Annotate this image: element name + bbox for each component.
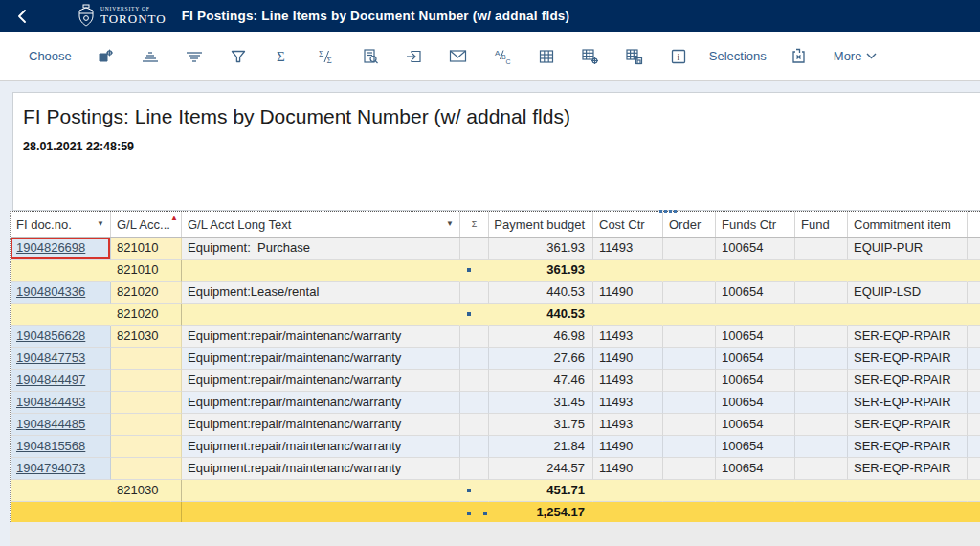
back-icon[interactable] — [13, 8, 31, 25]
column-header-sigma[interactable]: Σ — [460, 212, 489, 237]
cell-fi-doc: 1904847753 — [11, 348, 111, 370]
fi-doc-link[interactable]: 1904844497 — [16, 373, 85, 387]
column-header-gl-acc[interactable]: G/L Acc...▲ — [111, 212, 182, 237]
fi-doc-link[interactable]: 1904844493 — [16, 395, 85, 409]
column-header-funds-ctr[interactable]: Funds Ctr — [716, 212, 795, 237]
svg-text:Σ: Σ — [277, 49, 285, 64]
fi-doc-link[interactable]: 1904794073 — [16, 461, 85, 475]
change-layout-icon[interactable] — [581, 47, 600, 66]
cell-commitment: SER-EQP-RPAIR — [848, 436, 968, 458]
table-header-row: FI doc.no.▼G/L Acc...▲G/L Acct Long Text… — [11, 212, 980, 238]
spreadsheet-icon[interactable] — [537, 47, 556, 66]
column-header-fund[interactable]: Fund — [795, 212, 848, 237]
subtotals-icon[interactable]: Σ Σ — [317, 47, 336, 66]
cell-payment-budget: 440.53 — [489, 282, 593, 304]
report-header-card: FI Postings: Line Items by Document Numb… — [12, 92, 980, 211]
cell-gl-acc: 821010 — [111, 238, 182, 260]
email-icon[interactable] — [449, 47, 468, 66]
cell-long-text: Equipment:repair/maintenanc/warranty — [182, 326, 460, 348]
report-title: FI Postings: Line Items by Document Numb… — [23, 105, 980, 128]
column-header-long-text[interactable]: G/L Acct Long Text▼ — [182, 212, 460, 237]
svg-text:i: i — [677, 52, 679, 62]
cell-cost-ctr: 11490 — [593, 458, 663, 480]
cell-order — [663, 502, 716, 524]
cell-fund — [795, 282, 848, 304]
column-header-payment-budget[interactable]: Payment budget — [489, 212, 593, 237]
cell-order — [663, 458, 716, 480]
cell-gl-acc — [111, 414, 182, 436]
cell-filler — [968, 238, 980, 260]
column-label: Order — [669, 217, 701, 232]
cell-filler — [968, 370, 980, 392]
table-row: 1904804336821020Equipment:Lease/rental44… — [11, 282, 980, 304]
cell-funds-ctr — [716, 304, 795, 326]
sort-descending-indicator-icon: ▼ — [97, 220, 104, 228]
sort-ascending-icon[interactable] — [141, 47, 160, 66]
sort-descending-icon[interactable] — [185, 47, 204, 66]
column-header-commitment[interactable]: Commitment item — [848, 212, 968, 237]
print-preview-icon[interactable] — [361, 47, 380, 66]
cell-funds-ctr: 100654 — [716, 282, 795, 304]
cell-fi-doc: 1904844485 — [11, 414, 111, 436]
filter-icon[interactable] — [229, 47, 248, 66]
cell-long-text — [182, 260, 460, 282]
cell-sigma — [460, 480, 489, 502]
views-icon[interactable] — [405, 47, 424, 66]
cell-payment-budget: 47.46 — [489, 370, 593, 392]
cell-cost-ctr: 11490 — [593, 348, 663, 370]
cell-fi-doc: 1904804336 — [11, 282, 111, 304]
cell-long-text — [182, 304, 460, 326]
cell-sigma — [460, 326, 489, 348]
cell-sigma — [460, 458, 489, 480]
column-header-order[interactable]: Order — [663, 212, 716, 237]
fi-doc-link[interactable]: 1904826698 — [16, 240, 85, 255]
save-layout-icon[interactable] — [625, 47, 644, 66]
svg-text:Σ: Σ — [319, 49, 323, 58]
cell-commitment — [848, 480, 968, 502]
fi-doc-link[interactable]: 1904804336 — [16, 284, 85, 299]
cell-cost-ctr: 11490 — [593, 436, 663, 458]
choose-button[interactable]: Choose — [29, 49, 72, 63]
fi-doc-link[interactable]: 1904856628 — [16, 329, 85, 343]
grandtotal-row: 1,254.17 — [11, 502, 980, 524]
grid-filler-area — [10, 522, 980, 546]
cell-commitment — [848, 502, 968, 524]
cell-funds-ctr: 100654 — [716, 392, 795, 414]
cell-filler — [968, 414, 980, 436]
alv-grid: FI doc.no.▼G/L Acc...▲G/L Acct Long Text… — [10, 211, 980, 524]
info-icon[interactable]: i — [669, 47, 688, 66]
more-button[interactable]: More — [834, 49, 878, 63]
cell-filler — [968, 458, 980, 480]
abc-analysis-icon[interactable]: A B C — [493, 47, 512, 66]
column-header-cost-ctr[interactable]: Cost Ctr — [593, 212, 663, 237]
fi-doc-link[interactable]: 1904844485 — [16, 417, 85, 431]
fi-doc-link[interactable]: 1904847753 — [16, 351, 85, 365]
cell-long-text: Equipment:repair/maintenanc/warranty — [182, 436, 460, 458]
app-header: UNIVERSITY OF TORONTO FI Postings: Line … — [0, 0, 980, 32]
exit-icon[interactable] — [790, 47, 809, 66]
selections-button[interactable]: Selections — [709, 49, 767, 63]
details-icon[interactable] — [97, 47, 116, 66]
cell-funds-ctr: 100654 — [716, 436, 795, 458]
cell-cost-ctr — [593, 502, 663, 524]
total-level-dot-icon — [483, 512, 487, 515]
cell-long-text: Equipment: Purchase — [182, 238, 460, 260]
cell-fund — [795, 436, 848, 458]
cell-sigma — [460, 260, 489, 282]
column-header-fi-doc[interactable]: FI doc.no.▼ — [11, 212, 111, 237]
cell-payment-budget: 31.75 — [489, 414, 593, 436]
fi-doc-link[interactable]: 1904815568 — [16, 439, 85, 453]
cell-commitment: SER-EQP-RPAIR — [848, 326, 968, 348]
cell-gl-acc: 821020 — [111, 304, 182, 326]
cell-payment-budget: 1,254.17 — [489, 502, 593, 524]
cell-payment-budget: 361.93 — [489, 260, 593, 282]
column-header-filler — [968, 212, 980, 237]
chevron-down-icon — [866, 53, 877, 59]
content-area: FI Postings: Line Items by Document Numb… — [0, 81, 980, 546]
cell-funds-ctr: 100654 — [716, 238, 795, 260]
cell-gl-acc: 821030 — [111, 480, 182, 502]
cell-commitment: SER-EQP-RPAIR — [848, 392, 968, 414]
cell-gl-acc: 821030 — [111, 326, 182, 348]
sum-icon[interactable]: Σ — [273, 47, 292, 66]
column-grip-handle[interactable] — [659, 210, 662, 213]
